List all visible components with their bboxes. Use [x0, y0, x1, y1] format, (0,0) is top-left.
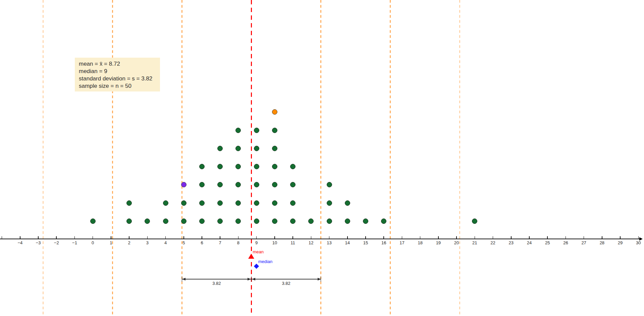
sd-line-plus1 — [320, 0, 321, 316]
data-point — [181, 218, 186, 224]
data-point — [327, 200, 332, 206]
data-point — [254, 128, 259, 133]
x-axis-tick-label: 4 — [164, 240, 167, 245]
data-point — [327, 218, 332, 224]
data-point — [272, 128, 277, 133]
data-point — [290, 164, 296, 169]
x-axis-tick — [165, 236, 166, 239]
highlighted-data-point[interactable] — [181, 182, 186, 187]
x-axis-tick — [529, 236, 530, 239]
x-axis-tick — [292, 236, 293, 239]
x-axis-tick — [256, 236, 257, 239]
sd-ruler-arrowhead-right — [318, 278, 321, 280]
x-axis-tick-label: 12 — [309, 240, 313, 245]
stats-median-line: median = 9 — [79, 68, 157, 75]
sd-distance-right-label: 3.82 — [282, 281, 290, 286]
x-axis-tick — [475, 236, 475, 239]
highlighted-data-point[interactable] — [272, 109, 277, 115]
x-axis-tick — [220, 236, 220, 239]
median-diamond-marker — [254, 264, 259, 269]
data-point — [217, 218, 223, 224]
x-axis-tick-label: 15 — [363, 240, 368, 245]
x-axis-tick — [202, 236, 202, 239]
data-point — [363, 218, 368, 224]
x-axis-tick — [311, 236, 312, 239]
x-axis-tick — [383, 236, 384, 239]
sd-ruler-end-tick — [251, 276, 252, 282]
data-point — [199, 164, 205, 169]
data-point — [235, 128, 241, 133]
data-point — [290, 218, 296, 224]
data-point — [254, 200, 259, 206]
x-axis-tick-label: 0 — [92, 240, 94, 245]
data-point — [90, 218, 96, 224]
x-axis-tick-label: 8 — [237, 240, 239, 245]
data-point — [235, 182, 241, 187]
data-point — [163, 200, 168, 206]
x-axis-tick — [329, 236, 330, 239]
data-point — [290, 182, 296, 187]
x-axis-tick-label: 16 — [381, 240, 386, 245]
x-axis-tick — [56, 236, 57, 239]
data-point — [217, 200, 223, 206]
stats-sd-line: standard deviation = s = 3.82 — [79, 75, 157, 82]
data-point — [199, 200, 205, 206]
data-point — [235, 200, 241, 206]
data-point — [472, 218, 477, 224]
x-axis-tick — [638, 236, 639, 239]
data-point — [181, 200, 186, 206]
data-point — [235, 218, 241, 224]
x-axis-tick — [74, 236, 75, 239]
stats-n-line: sample size = n = 50 — [79, 82, 157, 90]
x-axis-tick — [93, 236, 93, 239]
x-axis-tick-label: 11 — [290, 240, 295, 245]
sd-line-plus3 — [459, 0, 460, 316]
stats-text-box: mean = x̄ = 8.72 median = 9 standard dev… — [75, 58, 160, 91]
data-point — [345, 200, 350, 206]
data-point — [163, 218, 168, 224]
x-axis-tick-label: 21 — [472, 240, 477, 245]
data-point — [272, 146, 277, 151]
data-point — [272, 164, 277, 169]
x-axis-tick — [183, 236, 184, 239]
mean-line — [251, 0, 252, 316]
x-axis-tick-label: 14 — [345, 240, 350, 245]
x-axis-tick — [238, 236, 239, 239]
x-axis-tick-label: 18 — [418, 240, 422, 245]
x-axis-tick — [566, 236, 566, 239]
x-axis-tick-label: 6 — [201, 240, 203, 245]
sd-line-minus1 — [181, 0, 182, 316]
x-axis-tick-label: 9 — [255, 240, 258, 245]
data-point — [235, 164, 241, 169]
x-axis-tick-label: 13 — [327, 240, 331, 245]
data-point — [235, 146, 241, 151]
x-axis-tick — [2, 236, 2, 239]
x-axis-tick-label: 7 — [219, 240, 221, 245]
sd-distance-left-label: 3.82 — [212, 281, 221, 286]
mean-triangle-marker — [248, 254, 254, 259]
x-axis-tick-label: 26 — [563, 240, 568, 245]
x-axis-tick-label: 3 — [146, 240, 149, 245]
sd-line-minus3 — [43, 0, 44, 316]
x-axis-tick-label: 2 — [128, 240, 130, 245]
x-axis-tick-label: 19 — [436, 240, 441, 245]
x-axis-tick-label: −1 — [72, 240, 77, 245]
data-point — [217, 164, 223, 169]
x-axis-tick — [38, 236, 39, 239]
x-axis-tick — [456, 236, 457, 239]
data-point — [272, 182, 277, 187]
x-axis-tick-label: 22 — [490, 240, 495, 245]
x-axis-tick-label: 29 — [618, 240, 623, 245]
x-axis-tick — [20, 236, 20, 239]
data-point — [217, 146, 223, 151]
x-axis-tick-label: 30 — [636, 240, 641, 245]
median-marker-label: median — [258, 259, 273, 264]
x-axis-tick-label: −2 — [54, 240, 59, 245]
data-point — [254, 164, 259, 169]
x-axis-tick-label: −3 — [36, 240, 41, 245]
x-axis-tick-label: 17 — [399, 240, 404, 245]
x-axis-tick-label: 24 — [527, 240, 532, 245]
x-axis-tick — [620, 236, 621, 239]
data-point — [272, 218, 277, 224]
x-axis-tick — [511, 236, 512, 239]
